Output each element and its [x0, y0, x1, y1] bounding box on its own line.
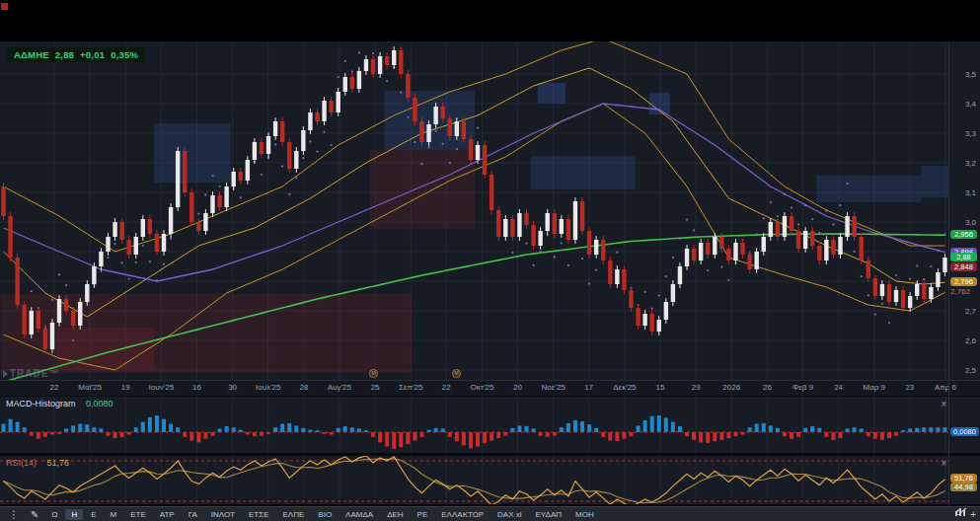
psar-dot — [316, 151, 318, 153]
last-price: 2,88 — [55, 49, 74, 60]
up-candle — [378, 56, 382, 74]
macd-bar — [817, 428, 821, 432]
macd-bar — [664, 417, 668, 432]
psar-dot — [943, 234, 945, 236]
down-candle — [462, 121, 466, 139]
ticker-button-ΡΕ[interactable]: ΡΕ — [412, 509, 434, 520]
up-candle — [57, 299, 61, 323]
time-axis[interactable]: 22Μαϊ'2519Ιουν'251630Ιουλ'2528Αυγ'2525Σε… — [0, 380, 980, 396]
macd-bar — [37, 432, 40, 439]
up-candle — [224, 186, 228, 207]
down-candle — [371, 59, 375, 74]
up-candle — [733, 243, 737, 260]
macd-pane[interactable]: MACD-Histogram 0,0080 × 0,0080 — [0, 396, 980, 453]
ticker-button-ΜΟΗ[interactable]: ΜΟΗ — [569, 509, 600, 520]
ticker-button-ΕΤΕ[interactable]: ΕΤΕ — [124, 509, 152, 520]
price-axis-tick: 3,1 — [965, 188, 976, 197]
up-candle — [915, 284, 919, 296]
histogram-icon[interactable] — [955, 507, 966, 516]
macd-bar — [580, 421, 584, 432]
up-candle — [936, 272, 940, 287]
ticker-button-ΕΤΣΕ[interactable]: ΕΤΣΕ — [243, 509, 275, 520]
timeframe-button-Ω[interactable]: Ω — [45, 509, 63, 520]
ticker-button-DAX xl[interactable]: DAX xl — [491, 509, 527, 520]
kebab-menu-icon[interactable]: ⋮ — [4, 509, 24, 520]
macd-bar — [343, 426, 347, 432]
up-candle — [838, 237, 842, 255]
zoom-in-icon[interactable]: + — [970, 509, 976, 520]
down-candle — [119, 222, 123, 240]
psar-dot — [427, 146, 429, 148]
psar-dot — [930, 265, 932, 267]
up-candle — [476, 145, 480, 160]
psar-dot — [420, 163, 422, 165]
dividend-marker[interactable]: Μ — [452, 369, 461, 378]
macd-bar — [762, 423, 766, 432]
watermark-logo-icon — [3, 370, 8, 378]
macd-bar — [350, 427, 354, 432]
macd-bar — [608, 432, 612, 440]
macd-bar — [371, 432, 375, 437]
psar-dot — [142, 245, 144, 247]
macd-bar — [183, 432, 187, 437]
down-candle — [922, 284, 926, 299]
psar-dot — [72, 339, 74, 341]
ticker-button-ΕΛΠΕ[interactable]: ΕΛΠΕ — [277, 509, 311, 520]
ticker-button-ΒΙΟ[interactable]: ΒΙΟ — [312, 509, 338, 520]
timeframe-button-Η[interactable]: Η — [65, 509, 83, 520]
macd-bar — [546, 432, 550, 437]
main-chart-pane[interactable]: 3,53,43,33,23,13,02,92,82,72,62,52,9562,… — [0, 41, 980, 380]
psar-dot — [281, 166, 283, 168]
up-candle — [162, 234, 166, 252]
rsi-chart-canvas[interactable] — [0, 456, 949, 504]
notification-dot — [1, 3, 8, 10]
ticker-button-ΛΑΜΔΑ[interactable]: ΛΑΜΔΑ — [339, 509, 379, 520]
up-candle — [203, 213, 207, 231]
macd-label[interactable]: MACD-Histogram 0,0080 — [6, 399, 113, 409]
axis-separator — [948, 41, 949, 506]
psar-dot — [211, 175, 213, 177]
psar-dot — [449, 162, 451, 164]
timeframe-button-Ε[interactable]: Ε — [85, 509, 102, 520]
macd-bar — [455, 432, 459, 441]
symbol-info-badge[interactable]: ΑΔΜΗΕ2,88+0,010,35% — [7, 47, 145, 62]
trading-app-window: 3,53,43,33,23,13,02,92,82,72,62,52,9562,… — [0, 0, 980, 521]
dividend-marker[interactable]: Μ — [369, 369, 378, 378]
up-candle — [106, 237, 110, 252]
psar-dot — [693, 229, 695, 231]
price-level-pill: 2,796 — [950, 277, 977, 286]
down-candle — [183, 151, 187, 192]
macd-bar — [162, 419, 166, 432]
psar-dot — [679, 238, 681, 240]
down-candle — [553, 213, 557, 234]
psar-dot — [756, 234, 758, 236]
price-axis[interactable]: 3,53,43,33,23,13,02,92,82,72,62,52,9562,… — [949, 41, 980, 380]
top-black-bar — [0, 0, 980, 41]
down-candle — [71, 311, 75, 326]
down-candle — [448, 118, 452, 136]
ticker-button-ΙΝΛΟΤ[interactable]: ΙΝΛΟΤ — [205, 509, 241, 520]
down-candle — [692, 249, 696, 260]
up-candle — [322, 101, 326, 121]
up-candle — [594, 240, 598, 255]
macd-bar — [434, 428, 438, 432]
ticker-button-ΓΑ[interactable]: ΓΑ — [183, 509, 203, 520]
macd-chart-canvas[interactable] — [0, 397, 949, 454]
ticker-button-ΑΤΡ[interactable]: ΑΤΡ — [154, 509, 181, 520]
rsi-label[interactable]: RSI(14) 51,76 — [6, 458, 69, 468]
down-candle — [239, 172, 243, 181]
psar-dot — [686, 219, 688, 221]
rsi-pane[interactable]: RSI(14) 51,76 × 51,76 44,98 — [0, 456, 980, 504]
supply-zone — [538, 83, 565, 104]
ticker-button-ΕΥΔΑΠ[interactable]: ΕΥΔΑΠ — [530, 509, 568, 520]
psar-dot — [707, 269, 709, 271]
bottom-toolbar: ⋮✎ΩΗΕΜΕΤΕΑΤΡΓΑΙΝΛΟΤΕΤΣΕΕΛΠΕΒΙΟΛΑΜΔΑΔΕΗΡΕ… — [0, 506, 980, 521]
ticker-button-ΕΛΛΑΚΤΩΡ[interactable]: ΕΛΛΑΚΤΩΡ — [435, 509, 490, 520]
down-candle — [587, 231, 591, 255]
price-change-percent: 0,35% — [111, 49, 138, 60]
psar-dot — [477, 127, 479, 129]
price-chart-canvas[interactable] — [0, 41, 949, 380]
ticker-button-ΔΕΗ[interactable]: ΔΕΗ — [381, 509, 409, 520]
pencil-icon[interactable]: ✎ — [26, 509, 43, 520]
timeframe-button-Μ[interactable]: Μ — [105, 509, 123, 520]
